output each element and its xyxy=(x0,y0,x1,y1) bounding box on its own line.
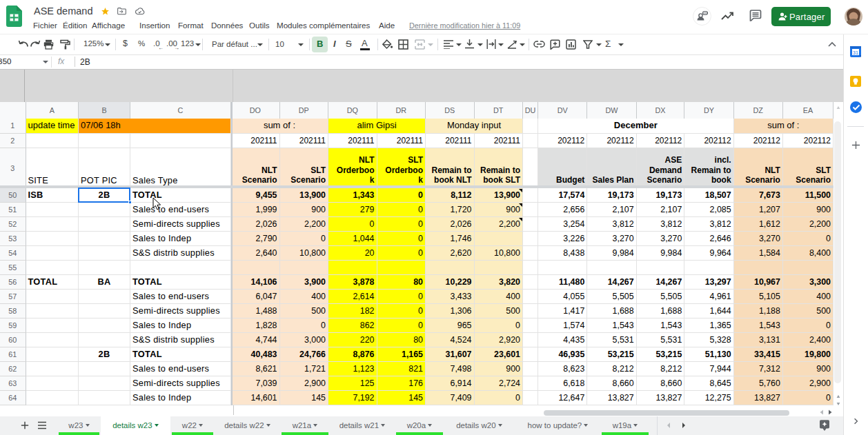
svg-text:31: 31 xyxy=(853,50,858,55)
